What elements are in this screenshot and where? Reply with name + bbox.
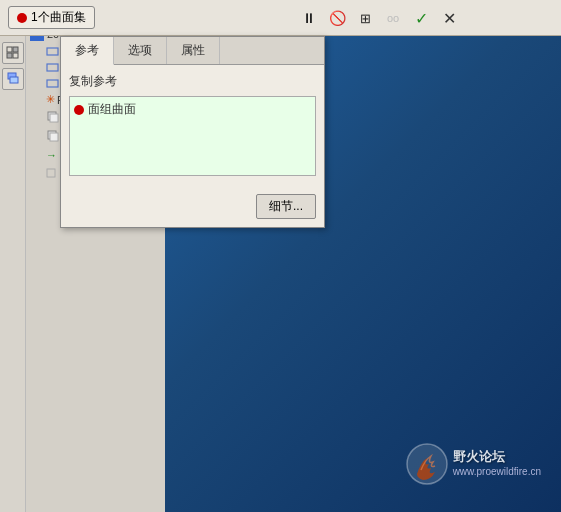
icon-strip-btn-2[interactable] bbox=[2, 68, 24, 90]
watermark-logo bbox=[405, 442, 445, 482]
svg-rect-10 bbox=[50, 114, 58, 122]
pause-button[interactable]: ⏸ bbox=[297, 6, 321, 30]
plane-icon bbox=[46, 46, 59, 57]
ref-item-1: 面组曲面 bbox=[74, 101, 311, 118]
svg-rect-7 bbox=[47, 64, 58, 71]
svg-rect-6 bbox=[47, 48, 58, 55]
feature-badge: 1个曲面集 bbox=[8, 6, 95, 29]
svg-rect-3 bbox=[13, 53, 18, 58]
dialog-footer: 细节... bbox=[61, 190, 324, 227]
dialog-panel: 参考 选项 属性 复制参考 面组曲面 细节... bbox=[60, 36, 325, 228]
plane-icon-front bbox=[46, 78, 59, 89]
ref-red-dot-icon bbox=[74, 105, 84, 115]
svg-rect-5 bbox=[10, 77, 18, 83]
dialog-tabs: 参考 选项 属性 bbox=[61, 37, 324, 65]
dialog-section-title: 复制参考 bbox=[69, 73, 316, 90]
tab-reference[interactable]: 参考 bbox=[61, 37, 114, 65]
brand-name: 野火论坛 bbox=[453, 448, 541, 466]
watermark: 野火论坛 www.proewildfire.cn bbox=[405, 442, 541, 482]
ref-item-label: 面组曲面 bbox=[88, 101, 136, 118]
stop-button[interactable]: 🚫 bbox=[325, 6, 349, 30]
csys-icon: ✳ bbox=[46, 93, 55, 106]
tab-options[interactable]: 选项 bbox=[114, 37, 167, 64]
ref-list[interactable]: 面组曲面 bbox=[69, 96, 316, 176]
copy-icon-1 bbox=[46, 111, 59, 124]
svg-rect-13 bbox=[47, 169, 55, 177]
brand-url: www.proewildfire.cn bbox=[453, 466, 541, 477]
red-dot-icon bbox=[17, 13, 27, 23]
copy-icon-2 bbox=[46, 130, 59, 143]
icon-strip bbox=[0, 36, 26, 512]
cancel-button[interactable]: ✕ bbox=[437, 6, 461, 30]
confirm-button[interactable]: ✓ bbox=[409, 6, 433, 30]
tab-properties[interactable]: 属性 bbox=[167, 37, 220, 64]
watermark-text-block: 野火论坛 www.proewildfire.cn bbox=[453, 448, 541, 477]
svg-rect-12 bbox=[50, 133, 58, 141]
svg-rect-8 bbox=[47, 80, 58, 87]
svg-rect-1 bbox=[13, 47, 18, 52]
grid-button[interactable]: ⊞ bbox=[353, 6, 377, 30]
dialog-content: 复制参考 面组曲面 bbox=[61, 65, 324, 190]
copy-icon-3 bbox=[46, 168, 59, 181]
detail-button[interactable]: 细节... bbox=[256, 194, 316, 219]
svg-rect-2 bbox=[7, 53, 12, 58]
plane-icon-top bbox=[46, 62, 59, 73]
icon-strip-btn-1[interactable] bbox=[2, 42, 24, 64]
svg-rect-0 bbox=[7, 47, 12, 52]
toolbar-right: ⏸ 🚫 ⊞ oo ✓ ✕ bbox=[297, 0, 461, 36]
feature-label: 1个曲面集 bbox=[31, 9, 86, 26]
top-toolbar: 1个曲面集 ⏸ 🚫 ⊞ oo ✓ ✕ bbox=[0, 0, 561, 36]
glasses-button[interactable]: oo bbox=[381, 6, 405, 30]
